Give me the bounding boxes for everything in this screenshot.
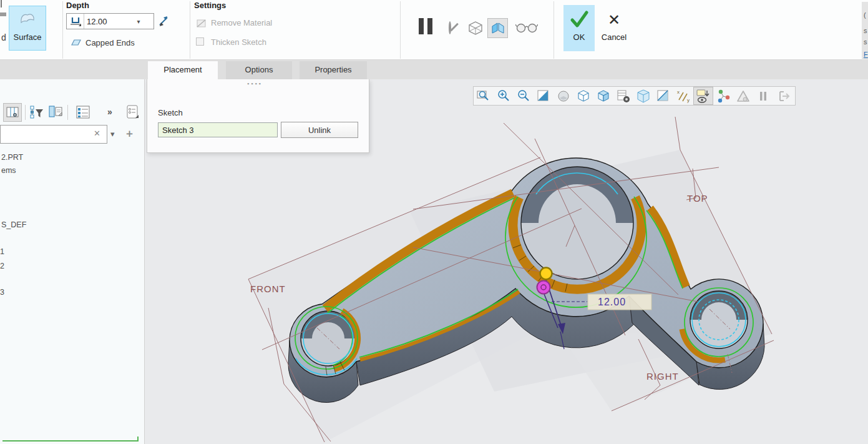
clipped-help-panel: ( s s F [862, 2, 868, 60]
thicken-sketch-checkbox [196, 37, 204, 46]
help-text-fragment: s [864, 38, 867, 46]
tab-options[interactable]: Options [226, 61, 292, 79]
tree-item-fragment[interactable]: 3 [0, 288, 4, 297]
remove-material-icon [195, 17, 208, 28]
depth-drag-handle[interactable] [540, 268, 552, 280]
tree-item-fragment[interactable]: 1 [0, 247, 4, 256]
tree-search-input[interactable] [3, 126, 90, 142]
refit-icon[interactable] [474, 87, 494, 105]
ok-button[interactable]: OK [563, 5, 595, 51]
settings-group-title: Settings [194, 1, 226, 10]
separator [67, 105, 68, 120]
thicken-sketch-label: Thicken Sketch [211, 37, 266, 47]
tree-item-part-name[interactable]: 2.PRT [1, 153, 23, 162]
display-style-icon[interactable] [573, 87, 593, 105]
repaint-icon[interactable] [534, 87, 553, 105]
list-view-icon[interactable] [75, 104, 91, 121]
analysis-icon[interactable] [733, 87, 753, 105]
search-clear-icon[interactable]: ✕ [94, 129, 100, 138]
flip-direction-icon[interactable] [157, 14, 170, 28]
tree-filter-icon[interactable] [29, 104, 45, 121]
in-graphics-toolbar: xy [473, 86, 796, 106]
model-tree-panel: » ✕ ▾ ＋ 2.PRT ems S_DEF 1 2 3 [0, 79, 145, 444]
depth-type-icon[interactable] [67, 14, 84, 29]
tree-search-box[interactable] [0, 125, 107, 144]
ribbon-separator [190, 1, 190, 59]
view-manager-icon[interactable] [613, 87, 633, 105]
graphics-area[interactable]: FRONT TOP RIGHT 12.00 xy [145, 79, 868, 444]
section-icon[interactable] [653, 87, 673, 105]
ok-button-label: OK [563, 32, 595, 42]
cancel-x-icon: ✕ [597, 7, 631, 32]
separator [25, 105, 26, 120]
window-edge-fragment [1, 0, 2, 7]
insert-indicator [2, 437, 139, 442]
tree-item-csys[interactable]: S_DEF [1, 220, 26, 229]
depth-dropdown-icon[interactable]: ▾ [133, 18, 144, 25]
panel-grip-handle[interactable]: ▪▪▪▪ [247, 81, 263, 87]
tree-item-design-items[interactable]: ems [1, 166, 16, 175]
cancel-button[interactable]: ✕ Cancel [597, 5, 631, 51]
ribbon-separator [553, 1, 554, 59]
surface-icon [19, 11, 36, 25]
toolbar-fragment [0, 12, 6, 16]
capped-ends-label[interactable]: Capped Ends [85, 38, 135, 47]
pause-icon[interactable] [419, 18, 432, 37]
cancel-button-label: Cancel [597, 32, 631, 42]
placement-panel: ▪▪▪▪ Sketch Unlink [147, 79, 369, 153]
search-add-icon[interactable]: ＋ [124, 126, 135, 141]
geometry-preview-icon[interactable] [487, 18, 508, 38]
capped-ends-icon[interactable] [70, 37, 82, 47]
glasses-icon[interactable] [515, 22, 538, 36]
no-preview-icon[interactable] [449, 22, 451, 34]
sketch-collector-field[interactable] [158, 122, 278, 137]
spin-center-icon[interactable] [713, 87, 733, 105]
wireframe-preview-icon[interactable] [467, 20, 484, 39]
search-dropdown-icon[interactable]: ▾ [110, 129, 115, 139]
top-plane-label: TOP [687, 193, 708, 204]
dimension-value[interactable]: 12.00 [598, 297, 626, 307]
tab-properties[interactable]: Properties [300, 61, 367, 79]
tree-item-fragment[interactable]: 2 [0, 262, 4, 270]
zoom-out-icon[interactable] [514, 87, 534, 105]
zoom-in-icon[interactable] [494, 87, 514, 105]
surface-button-label: Surface [9, 32, 46, 42]
ribbon-separator [400, 1, 401, 59]
svg-text:x: x [677, 89, 680, 95]
perspective-icon[interactable] [633, 87, 653, 105]
datum-display-icon[interactable]: xy [673, 87, 693, 105]
exit-icon[interactable] [773, 87, 793, 105]
depth-group-title: Depth [66, 1, 89, 10]
solid-button-fragment[interactable]: d [1, 32, 6, 42]
right-plane-label: RIGHT [646, 371, 679, 382]
layer-tree-icon[interactable] [47, 104, 64, 121]
model-tree-columns-icon[interactable] [3, 103, 22, 122]
offset-drag-handle[interactable] [537, 281, 550, 294]
annotation-display-icon[interactable] [693, 87, 713, 105]
depth-value-input[interactable] [84, 17, 133, 26]
help-text-fragment: ( [864, 11, 866, 19]
shading-icon[interactable] [553, 87, 573, 105]
remove-material-label: Remove Material [211, 18, 272, 27]
front-plane-label: FRONT [250, 284, 286, 294]
unlink-button[interactable]: Unlink [281, 122, 358, 138]
surface-button[interactable]: Surface [9, 6, 46, 51]
overflow-chevrons[interactable]: » [107, 107, 112, 117]
help-text-fragment: s [864, 27, 867, 34]
sketch-collector-label: Sketch [158, 108, 183, 117]
ribbon: d Surface Depth ▾ Capped Ends Settings R… [0, 0, 868, 60]
tree-settings-icon[interactable] [125, 104, 141, 121]
help-link-fragment[interactable]: F [864, 51, 868, 58]
pause-icon[interactable] [753, 87, 773, 105]
tab-placement[interactable]: Placement [148, 61, 218, 79]
svg-text:y: y [687, 97, 690, 103]
ok-check-icon [568, 9, 590, 30]
dashboard-tab-strip: Placement Options Properties [0, 60, 868, 79]
saved-views-icon[interactable] [593, 87, 613, 105]
depth-field[interactable]: ▾ [66, 13, 154, 29]
ribbon-separator [62, 1, 63, 59]
